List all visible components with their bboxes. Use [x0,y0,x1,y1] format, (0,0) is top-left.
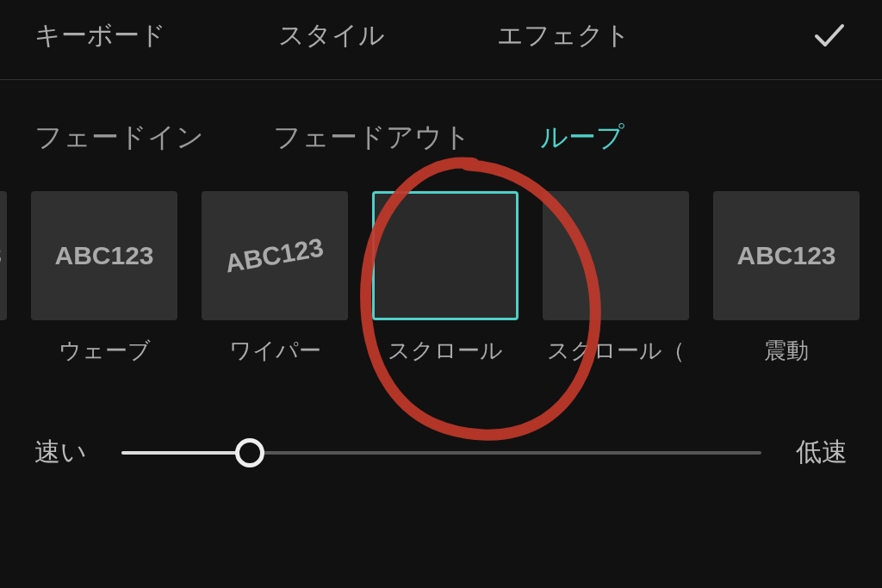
effect-label: スクロール [388,336,503,366]
tab-style[interactable]: スタイル [278,18,385,53]
subtab-fade-in[interactable]: フェードイン [34,119,204,157]
effect-label: ワイパー [229,336,321,366]
slider-handle[interactable] [235,438,264,467]
effect-label: スクロール（ [547,336,685,366]
slider-fill [121,451,250,455]
effect-item-scroll[interactable]: スクロール [372,191,519,366]
slider-label-slow: 低速 [796,435,848,470]
tab-keyboard[interactable]: キーボード [34,18,166,53]
check-icon [811,17,848,53]
effect-item-scroll2[interactable]: スクロール（ [543,191,689,366]
effect-preview: 23 [0,191,7,320]
speed-slider[interactable] [121,451,761,455]
tab-effect[interactable]: エフェクト [497,18,630,53]
effect-preview [543,191,689,320]
subtab-fade-out[interactable]: フェードアウト [273,119,471,157]
effect-item-shake[interactable]: ABC123 震動 [713,191,860,366]
effect-preview-selected [372,191,519,320]
effect-label: ウェーブ [59,336,151,366]
slider-label-fast: 速い [34,435,87,470]
effect-item-wiper[interactable]: ABC123 ワイパー [202,191,348,366]
confirm-button[interactable] [811,17,848,53]
subtab-loop[interactable]: ループ [540,119,624,157]
effect-item-wave[interactable]: ABC123 ウェーブ [31,191,177,366]
effect-label: 震動 [764,336,809,366]
effect-item-partial[interactable]: 23 [0,191,7,366]
effect-preview: ABC123 [202,191,348,320]
effect-preview: ABC123 [31,191,177,320]
effect-preview: ABC123 [713,191,860,320]
